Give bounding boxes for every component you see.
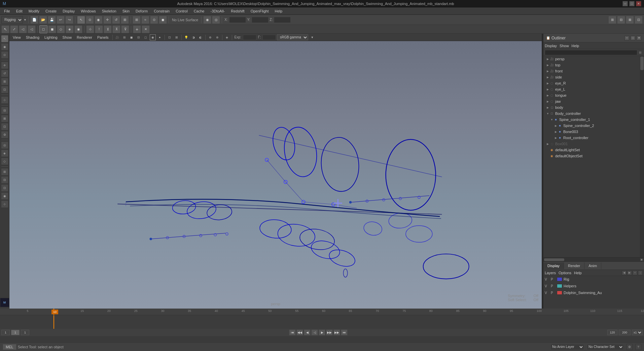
menu-skin[interactable]: Skin xyxy=(120,8,132,14)
transform-btn-2[interactable]: ⊺ xyxy=(95,25,103,33)
rig-vis-p[interactable]: P xyxy=(551,278,556,281)
range-end-input[interactable] xyxy=(607,330,617,335)
layer-item-dolphin[interactable]: V P Dolphin_Swimming_Au xyxy=(543,289,644,296)
plus-btn[interactable]: + xyxy=(133,25,141,33)
vp-menu-shading[interactable]: Shading xyxy=(24,35,41,40)
char-set-select[interactable]: No Character Set xyxy=(587,344,624,350)
select-tool-btn[interactable]: ↖ xyxy=(77,16,85,24)
skip-to-start-btn[interactable]: ⏮ xyxy=(289,329,296,336)
menu-help[interactable]: Help xyxy=(272,8,285,14)
transform-btn-3[interactable]: ⊻ xyxy=(104,25,112,33)
outliner-item-spine1[interactable]: ▼ ■ Spine_controller_1 xyxy=(543,117,640,123)
outliner-maximize-btn[interactable]: □ xyxy=(631,36,635,40)
x-coord-input[interactable] xyxy=(229,17,246,23)
save-scene-btn[interactable]: 💾 xyxy=(48,16,56,24)
colorspace-options-btn[interactable]: ▼ xyxy=(309,34,315,40)
outliner-item-box001[interactable]: ▶ ◻ Box001 xyxy=(543,141,640,147)
helpers-color-swatch[interactable] xyxy=(557,284,562,288)
outliner-minimize-btn[interactable]: ─ xyxy=(624,36,629,40)
lightset-expand[interactable] xyxy=(546,148,549,152)
next-frame-btn[interactable]: ▶▶ xyxy=(326,329,333,336)
close-button[interactable]: ✕ xyxy=(636,1,641,6)
body-expand[interactable]: ▶ xyxy=(546,106,549,109)
move-btn[interactable]: ✛ xyxy=(103,16,111,24)
dolphin-vis-v[interactable]: V xyxy=(545,291,549,295)
universal-tool[interactable]: ⊡ xyxy=(1,86,8,93)
bbox-btn[interactable]: ⊠ xyxy=(174,34,180,40)
menu-file[interactable]: File xyxy=(1,8,13,14)
spine1-expand[interactable]: ▼ xyxy=(550,118,553,121)
mel-tab[interactable]: MEL xyxy=(3,344,16,350)
outliner-item-body-controller[interactable]: ▼ □ Body_controller xyxy=(543,110,640,117)
lasso-mode-btn[interactable]: ⤢ xyxy=(10,25,18,33)
wireframe-btn[interactable]: ◻ xyxy=(143,34,149,40)
outliner-menu-help[interactable]: Help xyxy=(572,44,579,48)
side-expand[interactable]: ▶ xyxy=(546,75,549,79)
outliner-item-front[interactable]: ▶ 🎥 front xyxy=(543,68,640,74)
iso-btn[interactable]: ⊡ xyxy=(167,34,173,40)
vp-menu-lighting[interactable]: Lighting xyxy=(42,35,60,40)
tongue-expand[interactable]: ▶ xyxy=(546,94,549,97)
timeline-ruler[interactable]: 5 10 15 20 25 30 35 40 45 50 55 60 65 70… xyxy=(0,309,644,315)
frame-all-btn[interactable]: ⊞ xyxy=(1,168,8,176)
layer-ctrl-btn2[interactable]: ▶ xyxy=(627,270,632,275)
jaw-expand[interactable]: ▶ xyxy=(546,100,549,103)
outliner-scrollbar[interactable] xyxy=(640,56,644,257)
snap-grid-btn[interactable]: ⊞ xyxy=(133,16,141,24)
layer-help-btn[interactable] xyxy=(639,264,644,267)
move-tool[interactable]: ✛ xyxy=(1,62,8,69)
show-manip-btn[interactable]: ⊹ xyxy=(1,96,8,104)
outliner-item-eyeL[interactable]: ▶ ◌ eye_L xyxy=(543,86,640,92)
outliner-item-body[interactable]: ▶ ◻ body xyxy=(543,104,640,110)
exposure-input[interactable]: 0.00 xyxy=(243,35,256,40)
outliner-scroll-thumb[interactable] xyxy=(640,57,644,70)
body-ctrl-expand[interactable]: ▼ xyxy=(546,112,549,115)
render-btn[interactable]: ◉ xyxy=(203,16,211,24)
helpers-vis-v[interactable]: V xyxy=(545,284,549,288)
menu-openflight[interactable]: OpenFlight xyxy=(248,8,272,14)
outliner-item-spine2[interactable]: ▶ ■ Spine_controller_2 xyxy=(543,123,640,129)
layer-ctrl-btn1[interactable]: ◀ xyxy=(622,270,627,275)
play-backward-btn[interactable]: ◁ xyxy=(311,329,318,336)
menu-3dtoall[interactable]: -3DtoAll- xyxy=(208,8,227,14)
vert-mode-btn[interactable]: ◈ xyxy=(66,25,74,33)
outliner-scroll-right[interactable]: ▶ xyxy=(640,258,643,261)
objset-expand[interactable] xyxy=(546,154,549,158)
poly-sel-btn[interactable]: ◁ xyxy=(28,25,36,33)
status-help-btn[interactable]: ? xyxy=(635,344,641,350)
layer-ctrl-btn3[interactable]: + xyxy=(633,270,637,275)
obj-mode-btn[interactable]: ◻ xyxy=(39,25,47,33)
helpers-vis-p[interactable]: P xyxy=(551,284,556,288)
uv-mode-btn[interactable]: ◉ xyxy=(74,25,82,33)
scale-btn[interactable]: ⊞ xyxy=(121,16,129,24)
colorspace-select[interactable]: sRGB gamma xyxy=(277,34,308,40)
layer-tab-anim[interactable]: Anim xyxy=(584,262,601,269)
menu-skeleton[interactable]: Skeleton xyxy=(99,8,119,14)
ipr-btn[interactable]: ◎ xyxy=(212,16,220,24)
smooth-wire-btn[interactable]: ◉ xyxy=(150,34,156,40)
playback-start-input[interactable] xyxy=(21,330,29,335)
end-frame-input[interactable] xyxy=(619,330,631,335)
outliner-item-top[interactable]: ▶ 🎥 top xyxy=(543,62,640,68)
settings-btn-r2[interactable]: ⊟ xyxy=(617,16,625,24)
outliner-horizontal-scrollbar[interactable]: ▶ xyxy=(543,257,644,261)
menu-deform[interactable]: Deform xyxy=(133,8,150,14)
minimize-button[interactable]: ─ xyxy=(622,1,628,6)
redo-btn[interactable]: ↪ xyxy=(65,16,73,24)
shadow-btn[interactable]: ◑ xyxy=(190,34,196,40)
image-plane-btn[interactable]: ◼ xyxy=(129,34,135,40)
ao-btn[interactable]: ◐ xyxy=(198,34,204,40)
viewport-canvas[interactable]: persp Symmetry: Off Soft Select: Off xyxy=(9,41,542,309)
2d-pan-btn[interactable]: ◈ xyxy=(224,34,230,40)
layer-tab-render[interactable]: Render xyxy=(564,262,584,269)
menu-modify[interactable]: Modify xyxy=(26,8,42,14)
outliner-item-obj-set[interactable]: ◉ defaultObjectSet xyxy=(543,153,640,159)
layer-item-rig[interactable]: V P Rig xyxy=(543,276,644,283)
dolphin-vis-p[interactable]: P xyxy=(551,291,556,295)
settings-btn-r1[interactable]: ⊞ xyxy=(608,16,616,24)
heads-up-btn[interactable]: ⊗ xyxy=(214,34,220,40)
menu-display[interactable]: Display xyxy=(60,8,77,14)
z-coord-input[interactable] xyxy=(274,17,291,23)
edge-mode-btn[interactable]: ◇ xyxy=(57,25,65,33)
front-expand[interactable]: ▶ xyxy=(546,69,549,73)
